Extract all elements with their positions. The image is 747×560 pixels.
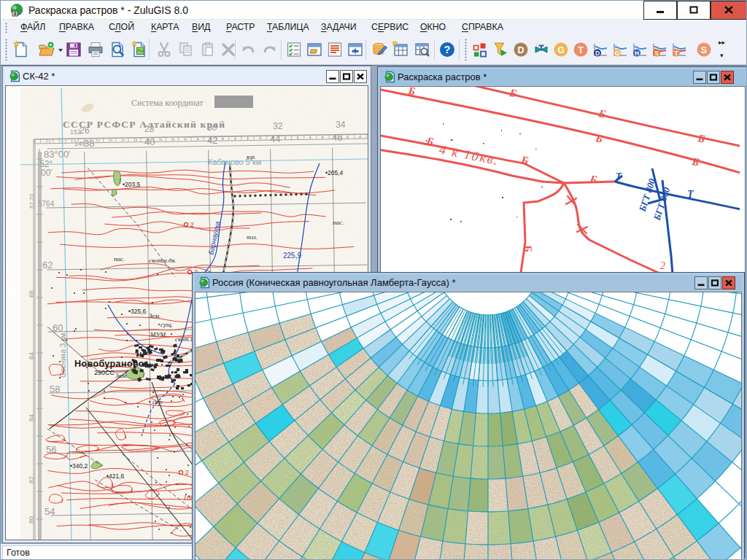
svg-text:S: S (701, 45, 707, 55)
svg-text:8: 8 (14, 11, 17, 16)
svg-text:юр.: юр. (247, 153, 256, 160)
svg-text:83°00': 83°00' (44, 149, 71, 160)
svg-text:•421,6: •421,6 (107, 472, 125, 480)
svg-text:D: D (517, 45, 524, 55)
svg-text:32: 32 (273, 121, 283, 131)
svg-text:38: 38 (84, 138, 94, 149)
svg-text:2: 2 (185, 469, 189, 476)
svg-text:3ам.: 3ам. (115, 372, 128, 379)
svg-text:30: 30 (207, 122, 217, 133)
svg-text:•340,2: •340,2 (70, 462, 88, 470)
svg-text:T: T (674, 50, 678, 57)
svg-text:00': 00' (41, 168, 53, 178)
svg-text:•205,4: •205,4 (325, 169, 344, 176)
svg-text:сар.: сар. (152, 398, 163, 405)
svg-text:пас.: пас. (333, 219, 344, 226)
svg-text:34: 34 (336, 120, 346, 130)
svg-text:G: G (557, 45, 565, 55)
svg-text:G: G (615, 50, 620, 57)
svg-text:S: S (654, 50, 659, 57)
svg-text:28: 28 (144, 124, 155, 134)
svg-text:скотм.дв.: скотм.дв. (149, 257, 177, 264)
svg-text:Зем.: Зем. (149, 312, 160, 319)
svg-text:46: 46 (332, 132, 342, 143)
svg-text:пол.: пол. (247, 233, 258, 241)
svg-text:•325,6: •325,6 (128, 308, 147, 315)
svg-text:Т: Т (616, 170, 622, 181)
svg-text:225,9: 225,9 (283, 252, 301, 260)
svg-text:T: T (578, 45, 584, 55)
svg-text:Система координат: Система координат (131, 98, 204, 108)
svg-text:пас.: пас. (114, 255, 125, 262)
svg-text:сущ.: сущ. (160, 321, 173, 328)
svg-text:МУМ: МУМ (150, 331, 166, 338)
svg-text:26: 26 (80, 125, 90, 136)
svg-text:290СС: 290СС (94, 369, 115, 376)
svg-text:Сосника 3 км: Сосника 3 км (59, 332, 67, 378)
svg-text:2: 2 (660, 260, 665, 271)
svg-text:•203,5: •203,5 (123, 181, 141, 188)
svg-text:Новобураново: Новобураново (74, 359, 144, 369)
svg-text:57,70: 57,70 (28, 193, 35, 209)
svg-text:D: D (595, 50, 600, 57)
svg-text:?: ? (444, 44, 451, 55)
svg-text:2: 2 (190, 221, 194, 228)
svg-text:H: H (635, 50, 639, 57)
svg-text:62: 62 (42, 260, 53, 271)
svg-text:Т: Т (687, 189, 694, 200)
